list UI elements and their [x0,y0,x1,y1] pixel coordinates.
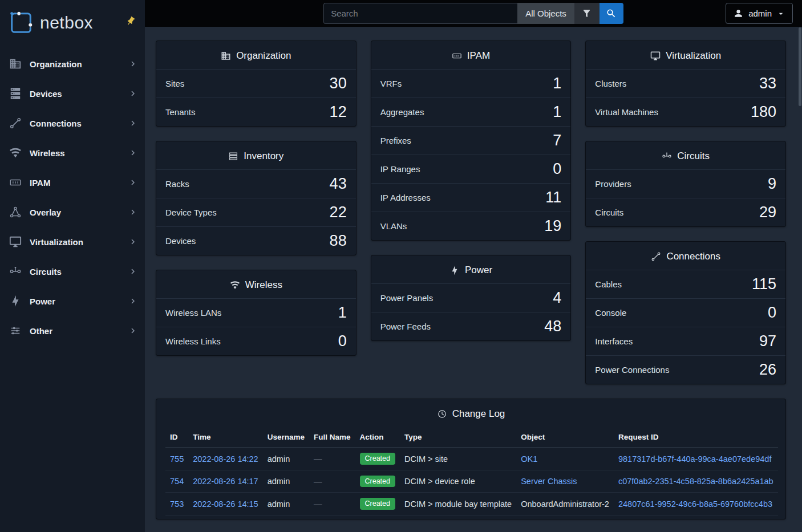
stats-column-3: Virtualization Clusters 33 Virtual Machi… [585,40,786,384]
stat-link-power-feeds[interactable]: Power Feeds [380,322,431,331]
card-title-text: Virtualization [666,50,721,62]
stat-link-interfaces[interactable]: Interfaces [595,336,633,346]
stat-link-clusters[interactable]: Clusters [595,79,626,88]
stat-row: Interfaces 97 [586,327,785,355]
sidebar-item-devices[interactable]: Devices [0,79,145,108]
sidebar-nav: Organization Devices Connections Wireles… [0,46,145,346]
sidebar-item-label: Power [30,297,120,306]
changelog-id-link[interactable]: 754 [170,477,184,486]
card-change-log: Change Log ID Time Username [156,399,786,519]
sidebar-item-connections[interactable]: Connections [0,108,145,138]
stat-link-aggregates[interactable]: Aggregates [380,107,424,117]
stat-value: 48 [544,318,561,335]
stat-link-devices[interactable]: Devices [165,236,196,246]
stat-row: Power Feeds 48 [371,312,571,340]
app-root: netbox Organization Devices Connections [0,0,802,532]
search-scope-button[interactable]: All Objects [517,3,574,24]
stat-value: 30 [330,75,347,92]
sidebar-item-power[interactable]: Power [0,286,145,316]
column-header-full-name: Full Name [309,427,355,448]
stat-link-cables[interactable]: Cables [595,279,622,289]
stats-grid: Organization Sites 30 Tenants 12 [156,40,786,384]
stat-row: Tenants 12 [156,98,356,126]
stat-link-virtual-machines[interactable]: Virtual Machines [595,107,658,117]
action-badge: Created [360,453,395,465]
changelog-request-id-link[interactable]: 9817317d-b67f-440a-99ca-4ae07ede94df [618,454,771,464]
stat-value: 0 [553,160,561,178]
stat-link-circuits[interactable]: Circuits [595,208,623,217]
stat-value: 0 [768,304,776,322]
stat-link-sites[interactable]: Sites [165,79,184,88]
netbox-logo[interactable]: netbox [8,10,93,36]
changelog-table: ID Time Username Full Name Action Type O… [156,427,785,515]
sidebar-pin-button[interactable] [124,15,137,29]
stat-link-device-types[interactable]: Device Types [165,208,217,217]
column-header-time: Time [188,427,263,448]
changelog-object-link[interactable]: OK1 [521,454,537,464]
sidebar-item-label: Organization [30,59,120,69]
sidebar-item-circuits[interactable]: Circuits [0,257,145,286]
changelog-time-link[interactable]: 2022-08-26 14:17 [193,477,258,486]
cable-icon [9,117,22,129]
sidebar-item-wireless[interactable]: Wireless [0,138,145,168]
stat-link-vrfs[interactable]: VRFs [380,79,402,88]
changelog-id-link[interactable]: 753 [170,499,184,509]
column-header-username: Username [263,427,309,448]
stat-link-power-panels[interactable]: Power Panels [380,293,434,303]
card-title: Change Log [156,399,785,427]
wifi-icon [9,147,22,159]
stat-link-racks[interactable]: Racks [165,179,189,189]
stat-value: 33 [759,75,776,92]
stat-row: Prefixes 7 [371,126,571,155]
card-organization: Organization Sites 30 Tenants 12 [156,40,357,127]
sidebar-item-virtualization[interactable]: Virtualization [0,227,145,257]
stat-link-power-connections[interactable]: Power Connections [595,365,669,375]
card-power: Power Power Panels 4 Power Feeds 48 [371,255,572,341]
changelog-full-name: — [309,448,355,470]
stat-value: 19 [544,217,561,235]
sidebar-item-overlay[interactable]: Overlay [0,197,145,227]
card-title: Organization [156,41,356,69]
global-search: All Objects [323,3,623,24]
table-header-row: ID Time Username Full Name Action Type O… [165,427,778,448]
card-title-text: Power [465,265,492,276]
changelog-object-link[interactable]: Server Chassis [521,477,577,486]
search-input[interactable] [323,3,517,24]
column-header-id: ID [165,427,188,448]
sidebar-item-other[interactable]: Other [0,316,145,346]
sidebar-item-label: IPAM [30,178,120,188]
action-badge: Created [360,498,395,510]
changelog-time-link[interactable]: 2022-08-26 14:22 [193,454,258,464]
search-filter-button[interactable] [574,3,600,24]
changelog-request-id-link[interactable]: 24807c61-9952-49c6-b8a5-69760bfcc4b3 [618,499,772,509]
scrollbar[interactable] [799,27,801,106]
stat-value: 0 [338,332,347,350]
changelog-id-link[interactable]: 755 [170,454,184,464]
user-menu-button[interactable]: admin [726,3,793,24]
stat-link-prefixes[interactable]: Prefixes [380,136,411,145]
card-title: Connections [586,242,785,270]
stat-row: Cables 115 [586,270,785,298]
changelog-request-id-link[interactable]: c07f0ab2-2351-4c58-825a-8b6a2425a1ab [618,477,773,486]
server-icon [9,87,22,100]
stat-row: Power Connections 26 [586,355,785,384]
sidebar-item-label: Other [30,326,120,336]
stat-link-ip-ranges[interactable]: IP Ranges [380,164,420,174]
card-title-text: Wireless [245,279,282,291]
column-header-action: Action [355,427,400,448]
stat-link-ip-addresses[interactable]: IP Addresses [380,193,431,202]
sidebar-item-organization[interactable]: Organization [0,49,145,79]
column-header-type: Type [400,427,516,448]
stat-link-vlans[interactable]: VLANs [380,221,407,231]
sidebar-item-label: Devices [30,89,120,99]
stat-link-tenants[interactable]: Tenants [165,107,196,117]
cable-icon [651,251,661,262]
stat-link-providers[interactable]: Providers [595,179,631,189]
stat-link-wireless-links[interactable]: Wireless Links [165,336,221,346]
stat-link-wireless-lans[interactable]: Wireless LANs [165,308,221,318]
stat-link-console[interactable]: Console [595,308,626,318]
changelog-time-link[interactable]: 2022-08-26 14:15 [193,499,258,509]
sidebar-item-ipam[interactable]: IPAM [0,168,145,197]
stats-column-1: Organization Sites 30 Tenants 12 [156,40,357,356]
search-submit-button[interactable] [600,3,623,24]
